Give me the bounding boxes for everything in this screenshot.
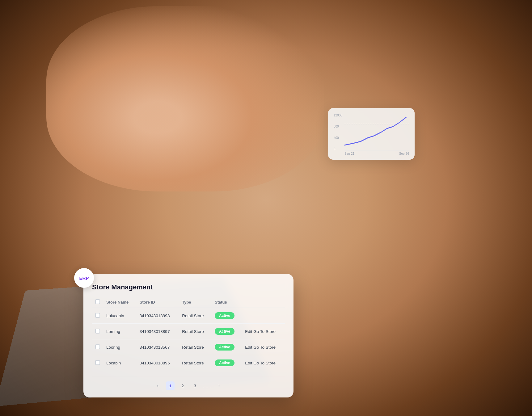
row-checkbox-cell xyxy=(92,355,103,371)
th-type: Type xyxy=(179,297,212,308)
pagination-prev[interactable]: ‹ xyxy=(154,381,162,390)
pagination-next[interactable]: › xyxy=(215,381,223,390)
status-badge: Active xyxy=(215,344,234,351)
status-badge: Active xyxy=(215,312,234,319)
chart-x-labels: Sep-21 Sep-26 xyxy=(344,152,409,155)
scene: ERP 12000 800 400 0 Sep-21 xyxy=(0,0,532,416)
store-table: Store Name Store ID Type Status Lulucabi… xyxy=(92,297,285,371)
store-name-cell: Locabin xyxy=(103,355,137,371)
pagination-page-2[interactable]: 2 xyxy=(178,381,187,390)
store-id-cell: 3410343018897 xyxy=(137,324,179,339)
table-row: Looring3410343018567Retail StoreActiveEd… xyxy=(92,339,285,355)
store-actions-cell[interactable]: Edit Go To Store xyxy=(242,355,285,371)
x-label-left: Sep-21 xyxy=(344,152,354,155)
store-name-cell: Lorning xyxy=(103,324,137,339)
store-id-cell: 3410343018567 xyxy=(137,339,179,355)
checkbox-row-1[interactable] xyxy=(95,329,100,334)
y-label-top: 12000 xyxy=(334,114,342,117)
store-id-cell: 3410343018895 xyxy=(137,355,179,371)
table-header: Store Name Store ID Type Status xyxy=(92,297,285,308)
erp-badge: ERP xyxy=(74,268,94,288)
checkbox-row-0[interactable] xyxy=(95,313,100,318)
store-name-cell: Looring xyxy=(103,339,137,355)
th-checkbox xyxy=(92,297,103,308)
status-badge: Active xyxy=(215,328,234,335)
pagination-page-1[interactable]: 1 xyxy=(166,381,175,390)
store-status-cell: Active xyxy=(212,324,242,339)
pagination: ‹ 1 2 3 …… › xyxy=(92,377,285,390)
chart-y-labels: 12000 800 400 0 xyxy=(334,114,344,151)
table-row: Lorning3410343018897Retail StoreActiveEd… xyxy=(92,324,285,339)
th-store-name: Store Name xyxy=(103,297,137,308)
store-type-cell: Retail Store xyxy=(179,324,212,339)
store-actions-cell[interactable]: Edit Go To Store xyxy=(242,339,285,355)
store-type-cell: Retail Store xyxy=(179,339,212,355)
table-row: Locabin3410343018895Retail StoreActiveEd… xyxy=(92,355,285,371)
store-actions-cell xyxy=(242,308,285,324)
row-checkbox-cell xyxy=(92,324,103,339)
checkbox-row-3[interactable] xyxy=(95,360,100,365)
store-type-cell: Retail Store xyxy=(179,355,212,371)
th-status: Status xyxy=(212,297,242,308)
store-management-card: Store Management Store Name Store ID Typ… xyxy=(83,274,293,397)
store-status-cell: Active xyxy=(212,355,242,371)
store-status-cell: Active xyxy=(212,308,242,324)
th-actions xyxy=(242,297,285,308)
x-label-right: Sep-26 xyxy=(399,152,409,155)
row-checkbox-cell xyxy=(92,339,103,355)
th-store-id: Store ID xyxy=(137,297,179,308)
store-id-cell: 3410343018998 xyxy=(137,308,179,324)
store-type-cell: Retail Store xyxy=(179,308,212,324)
table-body: Lulucabin3410343018998Retail StoreActive… xyxy=(92,308,285,371)
checkbox-row-2[interactable] xyxy=(95,344,100,349)
select-all-checkbox[interactable] xyxy=(95,299,100,304)
chart-area: 12000 800 400 0 xyxy=(334,114,409,151)
store-name-cell: Lulucabin xyxy=(103,308,137,324)
pagination-page-3[interactable]: 3 xyxy=(191,381,199,390)
page-title: Store Management xyxy=(92,283,285,291)
store-actions-cell[interactable]: Edit Go To Store xyxy=(242,324,285,339)
hands-background xyxy=(46,6,324,191)
table-row: Lulucabin3410343018998Retail StoreActive xyxy=(92,308,285,324)
y-label-mid1: 800 xyxy=(334,125,342,128)
status-badge: Active xyxy=(215,359,234,366)
chart-popup: 12000 800 400 0 Sep-21 Sep-26 xyxy=(328,108,415,160)
pagination-ellipsis: …… xyxy=(203,384,211,388)
store-status-cell: Active xyxy=(212,339,242,355)
row-checkbox-cell xyxy=(92,308,103,324)
y-label-mid2: 400 xyxy=(334,136,342,140)
y-label-bottom: 0 xyxy=(334,147,342,151)
chart-svg xyxy=(344,114,409,151)
